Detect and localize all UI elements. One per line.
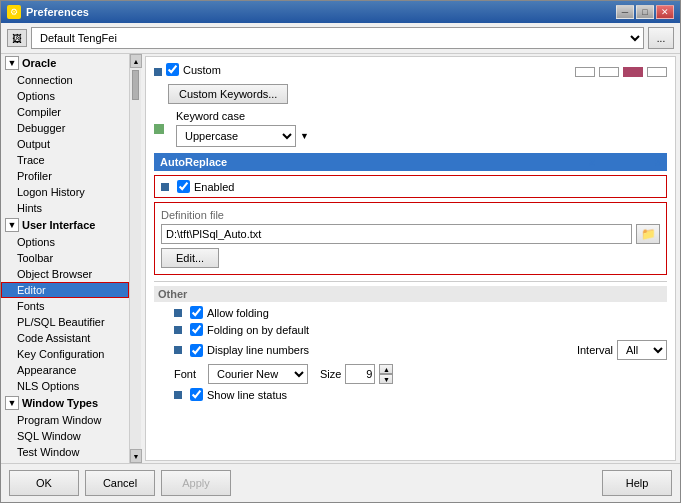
display-line-numbers-checkbox[interactable] <box>190 344 203 357</box>
oracle-section-label: Oracle <box>22 57 56 69</box>
oracle-expand-icon[interactable]: ▼ <box>5 56 19 70</box>
ui-expand-icon[interactable]: ▼ <box>5 218 19 232</box>
sidebar-item-nls-options[interactable]: NLS Options <box>1 378 129 394</box>
sidebar-container: ▼ Oracle Connection Options Compiler Deb… <box>1 54 141 463</box>
show-line-status-label: Show line status <box>207 389 287 401</box>
profile-select[interactable]: Default TengFei <box>31 27 644 49</box>
enabled-checkbox[interactable] <box>177 180 190 193</box>
edit-button[interactable]: Edit... <box>161 248 219 268</box>
sidebar-item-toolbar[interactable]: Toolbar <box>1 250 129 266</box>
allow-folding-label: Allow folding <box>207 307 269 319</box>
definition-file-input[interactable] <box>161 224 632 244</box>
keyword-case-label: Keyword case <box>176 110 309 122</box>
sidebar-item-editor[interactable]: Editor <box>1 282 129 298</box>
sidebar-scrollbar[interactable]: ▲ ▼ <box>129 54 141 463</box>
help-button[interactable]: Help <box>602 470 672 496</box>
more-button[interactable]: ... <box>648 27 674 49</box>
profile-icon: 🖼 <box>7 29 27 47</box>
minimize-button[interactable]: ─ <box>616 5 634 19</box>
size-spin-up[interactable]: ▲ <box>379 364 393 374</box>
size-spinner: ▲ ▼ <box>379 364 393 384</box>
sidebar-item-debugger[interactable]: Debugger <box>1 120 129 136</box>
other-header: Other <box>154 286 667 302</box>
show-line-status-checkbox[interactable] <box>190 388 203 401</box>
title-bar: ⚙ Preferences ─ □ ✕ <box>1 1 680 23</box>
custom-checkbox[interactable] <box>166 63 179 76</box>
sidebar-item-profiler[interactable]: Profiler <box>1 168 129 184</box>
autoreplace-numbers: 2 3 <box>589 156 661 168</box>
size-spin-down[interactable]: ▼ <box>379 374 393 384</box>
keyword-case-group: Keyword case Uppercase ▼ <box>176 110 309 147</box>
allow-folding-checkbox[interactable] <box>190 306 203 319</box>
main-content: Custom Custom Keywords... <box>145 56 676 461</box>
sidebar-item-plsql-beautifier[interactable]: PL/SQL Beautifier <box>1 314 129 330</box>
sidebar-item-program-window[interactable]: Program Window <box>1 412 129 428</box>
autoreplace-num1: 2 <box>589 156 595 168</box>
keyword-case-row: Keyword case Uppercase ▼ <box>154 110 667 147</box>
sidebar-item-options-ui[interactable]: Options <box>1 234 129 250</box>
enabled-label: Enabled <box>194 181 234 193</box>
font-label: Font <box>174 368 204 380</box>
bottom-left-buttons: OK Cancel Apply <box>9 470 231 496</box>
sidebar-item-sql-window[interactable]: SQL Window <box>1 428 129 444</box>
font-select[interactable]: Courier New <box>208 364 308 384</box>
sidebar-item-object-browser[interactable]: Object Browser <box>1 266 129 282</box>
interval-label: Interval <box>577 344 613 356</box>
close-button[interactable]: ✕ <box>656 5 674 19</box>
sidebar-item-connection[interactable]: Connection <box>1 72 129 88</box>
bottom-bar: OK Cancel Apply Help <box>1 463 680 502</box>
enabled-bullet <box>161 183 169 191</box>
main-panel: Custom Custom Keywords... <box>141 54 680 463</box>
main-toolbar: 🖼 Default TengFei ... <box>1 23 680 54</box>
window-types-expand-icon[interactable]: ▼ <box>5 396 19 410</box>
scroll-thumb[interactable] <box>132 70 139 100</box>
sidebar-item-trace[interactable]: Trace <box>1 152 129 168</box>
custom-keywords-button[interactable]: Custom Keywords... <box>168 84 288 104</box>
definition-file-label: Definition file <box>161 209 660 221</box>
allow-folding-row: Allow folding <box>154 306 667 319</box>
other-section: Other Allow folding Folding on by defaul… <box>154 281 667 401</box>
custom-label: Custom <box>183 64 221 76</box>
folding-by-default-checkbox[interactable] <box>190 323 203 336</box>
window-controls: ─ □ ✕ <box>616 5 674 19</box>
display-line-numbers-row: Display line numbers Interval All <box>154 340 667 360</box>
allow-folding-bullet <box>174 309 182 317</box>
sidebar-item-appearance[interactable]: Appearance <box>1 362 129 378</box>
ui-section-label: User Interface <box>22 219 95 231</box>
sidebar-item-test-window[interactable]: Test Window <box>1 444 129 460</box>
maximize-button[interactable]: □ <box>636 5 654 19</box>
autoreplace-num2: 3 <box>655 156 661 168</box>
interval-select[interactable]: All <box>617 340 667 360</box>
sidebar-item-code-assistant[interactable]: Code Assistant <box>1 330 129 346</box>
keyword-case-bullet <box>154 124 164 134</box>
show-line-status-bullet <box>174 391 182 399</box>
custom-checkbox-row: Custom <box>166 63 221 76</box>
ok-button[interactable]: OK <box>9 470 79 496</box>
sidebar-section-oracle[interactable]: ▼ Oracle <box>1 54 129 72</box>
sidebar-item-hints[interactable]: Hints <box>1 200 129 216</box>
folder-browse-button[interactable]: 📁 <box>636 224 660 244</box>
sidebar-item-logon-history[interactable]: Logon History <box>1 184 129 200</box>
apply-button[interactable]: Apply <box>161 470 231 496</box>
definition-row: 📁 <box>161 224 660 244</box>
sidebar-item-compiler[interactable]: Compiler <box>1 104 129 120</box>
window-title: Preferences <box>26 6 89 18</box>
folding-by-default-row: Folding on by default <box>154 323 667 336</box>
custom-keywords-row: Custom Keywords... <box>154 84 667 104</box>
definition-box: Definition file 📁 Edit... <box>154 202 667 275</box>
sidebar-item-fonts[interactable]: Fonts <box>1 298 129 314</box>
sidebar-section-window-types[interactable]: ▼ Window Types <box>1 394 129 412</box>
custom-bullet <box>154 68 162 76</box>
sidebar-item-key-configuration[interactable]: Key Configuration <box>1 346 129 362</box>
sidebar-section-user-interface[interactable]: ▼ User Interface <box>1 216 129 234</box>
size-input[interactable] <box>345 364 375 384</box>
window-types-section-label: Window Types <box>22 397 98 409</box>
cancel-button[interactable]: Cancel <box>85 470 155 496</box>
custom-row: Custom <box>154 63 667 80</box>
content-area: ▼ Oracle Connection Options Compiler Deb… <box>1 54 680 463</box>
window-icon: ⚙ <box>7 5 21 19</box>
keyword-case-select[interactable]: Uppercase <box>176 125 296 147</box>
sidebar-item-output[interactable]: Output <box>1 136 129 152</box>
show-line-status-row: Show line status <box>154 388 667 401</box>
sidebar-item-options-oracle[interactable]: Options <box>1 88 129 104</box>
